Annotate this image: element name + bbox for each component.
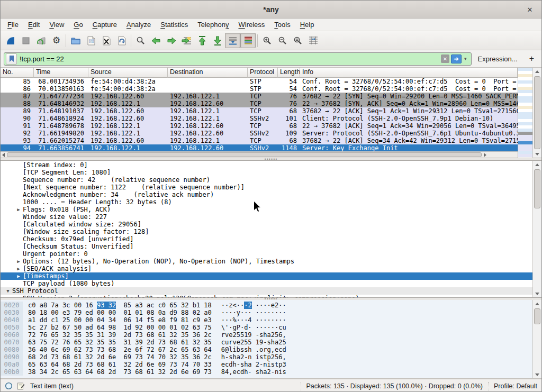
scroll-down-button[interactable] xyxy=(533,150,541,158)
hex-bytes[interactable]: c0 a8 7a 3c 00 16 93 32 85 a3 ac c0 65 3… xyxy=(28,302,212,309)
hscroll-thumb[interactable] xyxy=(7,152,482,157)
detail-line[interactable]: [Next sequence number: 1122 (relative se… xyxy=(1,184,532,191)
hex-row-0020[interactable]: 0020c0 a8 7a 3c 00 16 93 32 85 a3 ac c0 … xyxy=(1,302,532,309)
scroll-left-button[interactable] xyxy=(1,152,6,158)
find-packet-button[interactable] xyxy=(133,33,148,48)
packet-row-93[interactable]: 9371.662015274192.168.122.60192.168.122.… xyxy=(1,137,518,144)
zoom-out-button[interactable] xyxy=(275,33,290,48)
detail-line[interactable]: [Window size scaling factor: 128] xyxy=(1,228,532,235)
hex-bytes[interactable]: a1 dd c1 25 00 00 04 34 06 14 f5 e8 f9 8… xyxy=(28,316,212,324)
detail-line[interactable]: [Stream index: 0] xyxy=(1,161,532,169)
colorize-toggle[interactable] xyxy=(240,33,256,48)
go-to-packet-button[interactable] xyxy=(179,33,194,48)
scroll-down-button[interactable] xyxy=(533,371,541,378)
scroll-up-button[interactable] xyxy=(533,300,541,307)
hex-row-0080[interactable]: 008036 40 6c 69 62 73 73 68 2e 6f 72 67 … xyxy=(1,346,532,353)
hex-bytes[interactable]: 65 63 64 68 2d 73 68 61 32 2d 6e 69 73 7… xyxy=(28,361,212,368)
detail-line[interactable]: [TCP Segment Len: 1080] xyxy=(1,169,532,176)
ascii-bytes[interactable]: ecdh-sha 2-nistp3 xyxy=(221,361,286,368)
expression-button[interactable]: Expression... xyxy=(478,55,518,63)
auto-scroll-toggle[interactable] xyxy=(225,33,240,48)
detail-line[interactable]: Checksum: 0x79ed [unverified] xyxy=(1,235,532,243)
hex-bytes[interactable]: 38 34 2c 65 63 64 68 2d 73 68 61 32 2d 6… xyxy=(28,368,212,376)
menu-go[interactable]: Go xyxy=(69,20,87,30)
packet-row-94[interactable]: 9471.663856741192.168.122.1192.168.122.6… xyxy=(1,144,518,151)
go-back-button[interactable] xyxy=(148,33,164,48)
packet-row-91[interactable]: 9171.648789678192.168.122.1192.168.122.6… xyxy=(1,122,518,130)
menu-help[interactable]: Help xyxy=(295,20,319,30)
menu-tools[interactable]: Tools xyxy=(269,20,295,30)
filter-clear-button[interactable]: ✕ xyxy=(441,54,449,63)
column-header-time[interactable]: Time xyxy=(34,68,88,78)
menu-edit[interactable]: Edit xyxy=(23,20,44,30)
scroll-up-button[interactable] xyxy=(533,68,541,75)
detail-line[interactable]: ▶[Timestamps] xyxy=(1,272,532,280)
packet-list-hscrollbar[interactable] xyxy=(1,151,518,158)
zoom-in-button[interactable] xyxy=(259,33,275,48)
detail-line[interactable]: Urgent pointer: 0 xyxy=(1,250,532,258)
column-header-protocol[interactable]: Protocol xyxy=(248,68,278,78)
bytes-vscrollbar[interactable] xyxy=(532,300,541,378)
go-to-last-button[interactable] xyxy=(210,33,225,48)
packet-row-89[interactable]: 8971.648191037192.168.122.60192.168.122.… xyxy=(1,107,518,115)
menu-wireless[interactable]: Wireless xyxy=(234,20,270,30)
hex-dump[interactable]: 0020c0 a8 7a 3c 00 16 93 32 85 a3 ac c0 … xyxy=(1,300,532,378)
menu-analyze[interactable]: Analyze xyxy=(122,20,156,30)
detail-line[interactable]: Sequence number: 42 (relative sequence n… xyxy=(1,176,532,184)
add-filter-button[interactable]: + xyxy=(529,54,534,63)
go-forward-button[interactable] xyxy=(164,33,179,48)
packet-row-88[interactable]: 8871.648146932192.168.122.1192.168.122.6… xyxy=(1,100,518,107)
ascii-selected-bytes[interactable]: ·2 xyxy=(244,302,251,309)
hex-row-00b0[interactable]: 00b038 34 2c 65 63 64 68 2d 73 68 61 32 … xyxy=(1,368,532,376)
resize-columns-button[interactable] xyxy=(305,33,321,48)
detail-line[interactable]: ▶Flags: 0x018 (PSH, ACK) xyxy=(1,206,532,213)
capture-options-button[interactable]: ⚙ xyxy=(49,33,64,48)
filter-history-caret[interactable]: ▾ xyxy=(464,56,467,61)
hex-selected-bytes[interactable]: 93 32 xyxy=(97,302,116,309)
hex-row-0090[interactable]: 009068 2d 73 68 61 32 2d 6e 69 73 74 70 … xyxy=(1,353,532,361)
menu-telephony[interactable]: Telephony xyxy=(193,20,233,30)
expander-closed-icon[interactable]: ▶ xyxy=(14,258,23,265)
expander-closed-icon[interactable]: ▶ xyxy=(14,272,23,280)
stop-capture-button[interactable] xyxy=(18,33,33,48)
menu-view[interactable]: View xyxy=(44,20,69,30)
ascii-bytes[interactable]: h-sha2-n istp256, xyxy=(221,353,286,361)
hex-bytes[interactable]: 36 40 6c 69 62 73 73 68 2e 6f 72 67 2c 6… xyxy=(28,346,212,353)
reload-file-button[interactable] xyxy=(114,33,129,48)
menu-file[interactable]: File xyxy=(3,20,23,30)
display-filter-input[interactable]: !tcp.port == 22 ✕ ➜ ▾ xyxy=(4,52,472,66)
start-capture-button[interactable] xyxy=(3,33,18,48)
packet-row-92[interactable]: 9271.661949820192.168.122.1192.168.122.6… xyxy=(1,130,518,137)
ascii-bytes[interactable]: 84,ecdh- sha2-nis xyxy=(221,368,286,376)
open-file-button[interactable] xyxy=(68,33,83,48)
packet-row-85[interactable]: 8568.001734936fe:54:00:d4:38:2aSTP54Conf… xyxy=(1,78,518,85)
hex-bytes[interactable]: 63 75 72 76 65 32 35 35 31 39 2d 73 68 6… xyxy=(28,339,212,346)
detail-line[interactable]: [Calculated window size: 29056] xyxy=(1,221,532,228)
column-header-destination[interactable]: Destination xyxy=(168,68,248,78)
expander-closed-icon[interactable]: ▶ xyxy=(14,295,23,297)
filter-value[interactable]: !tcp.port == 22 xyxy=(20,55,441,63)
menu-capture[interactable]: Capture xyxy=(88,20,122,30)
detail-line[interactable]: Window size value: 227 xyxy=(1,213,532,221)
go-to-first-button[interactable] xyxy=(194,33,210,48)
profile-selector[interactable]: Profile: Default xyxy=(494,382,537,390)
scroll-up-button[interactable] xyxy=(533,161,541,168)
detail-line[interactable]: ▶Options: (12 bytes), No-Operation (NOP)… xyxy=(1,258,532,265)
title-bar[interactable]: *any ✕ xyxy=(1,1,541,19)
column-header-no[interactable]: No. xyxy=(1,68,34,78)
expert-info-icon[interactable] xyxy=(5,382,13,390)
detail-line[interactable]: [Checksum Status: Unverified] xyxy=(1,243,532,250)
hex-row-00a0[interactable]: 00a065 63 64 68 2d 73 68 61 32 2d 6e 69 … xyxy=(1,361,532,368)
ascii-bytes[interactable]: ···%···4 ········ xyxy=(221,316,286,324)
detail-line[interactable]: ▶[SEQ/ACK analysis] xyxy=(1,265,532,272)
packet-row-86[interactable]: 8670.013850163fe:54:00:d4:38:2aSTP54Conf… xyxy=(1,85,518,93)
ascii-bytes[interactable]: rve25519 -sha256, xyxy=(221,331,286,339)
details-vscrollbar[interactable] xyxy=(532,161,541,297)
scroll-down-button[interactable] xyxy=(533,290,541,297)
expander-closed-icon[interactable]: ▶ xyxy=(14,206,23,213)
packet-row-87[interactable]: 8771.647777234192.168.122.60192.168.122.… xyxy=(1,93,518,100)
intelligent-scrollbar-minimap[interactable] xyxy=(518,68,532,158)
close-window-button[interactable]: ✕ xyxy=(525,5,535,14)
hex-bytes[interactable]: 5c 27 b2 67 50 ad 64 98 1d 92 00 00 01 0… xyxy=(28,324,212,331)
column-header-source[interactable]: Source xyxy=(88,68,168,78)
